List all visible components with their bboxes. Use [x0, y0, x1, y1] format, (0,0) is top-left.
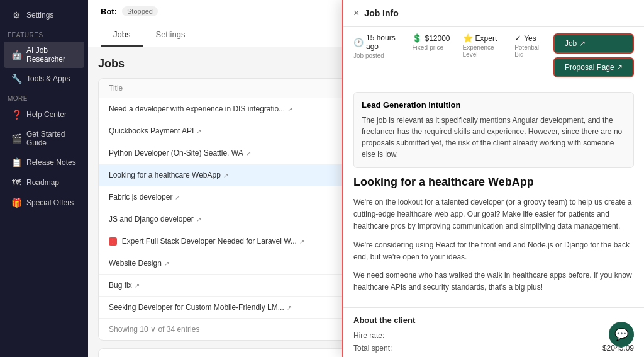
- sidebar-item-special-offers[interactable]: 🎁 Special Offers: [4, 193, 84, 212]
- settings-icon: ⚙: [11, 10, 21, 20]
- external-link-icon: ↗: [196, 216, 201, 223]
- external-link-icon: ↗: [299, 238, 304, 245]
- notes-icon: 📋: [11, 157, 21, 167]
- panel-meta-row: 🕐 15 hours ago Job posted 💲 $12000 Fixed…: [343, 27, 644, 84]
- sidebar: ⚙ Settings FEATURES 🤖 AI Job Researcher …: [0, 0, 88, 357]
- more-section-label: MORE: [0, 89, 88, 105]
- job-paragraph-1: We're on the lookout for a talented deve…: [353, 196, 634, 233]
- job-info-panel: × Job Info 🕐 15 hours ago Job posted 💲 $…: [342, 0, 644, 357]
- sidebar-item-tools-apps[interactable]: 🔧 Tools & Apps: [4, 69, 84, 88]
- sidebar-item-ai-label: AI Job Researcher: [26, 46, 77, 64]
- chat-bubble[interactable]: 💬: [609, 322, 634, 347]
- external-link-icon: ↗: [164, 260, 169, 267]
- tools-icon: 🔧: [11, 74, 21, 84]
- job-button[interactable]: Job ↗: [553, 33, 634, 54]
- meta-price: 💲 $12000 Fixed-price: [412, 33, 450, 51]
- sidebar-item-roadmap-label: Roadmap: [26, 178, 59, 187]
- sidebar-settings[interactable]: ⚙ Settings: [4, 6, 84, 25]
- sidebar-item-notes-label: Release Notes: [26, 158, 76, 167]
- sidebar-item-tools-label: Tools & Apps: [26, 74, 70, 83]
- badge-red: !: [109, 237, 117, 246]
- sidebar-item-help-center[interactable]: ❓ Help Center: [4, 105, 84, 124]
- dollar-icon: 💲: [412, 33, 422, 43]
- gift-icon: 🎁: [11, 198, 21, 208]
- summary-text: The job is relevant as it specifically m…: [362, 115, 626, 160]
- sidebar-item-roadmap[interactable]: 🗺 Roadmap: [4, 173, 84, 192]
- check-icon: ✓: [514, 33, 521, 43]
- job-paragraph-2: We're considering using React for the fr…: [353, 239, 634, 263]
- clock-icon: 🕐: [353, 38, 364, 47]
- job-description: Looking for a healthcare WebApp We're on…: [343, 176, 644, 307]
- external-link-icon: ↗: [287, 304, 292, 311]
- features-section-label: FEATURES: [0, 25, 88, 41]
- sidebar-item-ai-job-researcher[interactable]: 🤖 AI Job Researcher: [4, 42, 84, 68]
- external-link-icon: ↗: [223, 172, 228, 179]
- total-spent-row: Total spent: $2045.09: [353, 344, 634, 353]
- proposal-page-button[interactable]: Proposal Page ↗: [553, 57, 634, 77]
- hire-rate-row: Hire rate: 62%: [353, 331, 634, 340]
- external-link-icon: ↗: [287, 106, 292, 113]
- meta-experience: ⭐ Expert Experience Level: [463, 33, 502, 58]
- main-content: Bot: Stopped Jobs Settings Jobs Title Bu…: [88, 0, 644, 357]
- panel-close-button[interactable]: ×: [353, 8, 359, 19]
- external-link-icon: ↗: [196, 128, 201, 135]
- bot-status: Stopped: [122, 6, 158, 16]
- job-paragraph-3: We need someone who has walked the walk …: [353, 269, 634, 293]
- robot-icon: 🤖: [11, 50, 21, 60]
- external-link-icon: ↗: [246, 150, 251, 157]
- summary-title: Lead Generation Intuition: [362, 100, 626, 110]
- help-icon: ❓: [11, 110, 21, 120]
- star-icon: ⭐: [463, 33, 473, 43]
- panel-title: Job Info: [364, 8, 398, 18]
- map-icon: 🗺: [11, 178, 21, 188]
- sidebar-item-help-label: Help Center: [26, 110, 67, 119]
- tab-jobs[interactable]: Jobs: [101, 23, 143, 47]
- job-title: Looking for a healthcare WebApp: [353, 176, 634, 189]
- sidebar-item-release-notes[interactable]: 📋 Release Notes: [4, 153, 84, 172]
- about-client-section: About the client Hire rate: 62% Total sp…: [343, 307, 644, 357]
- panel-action-buttons: Job ↗ Proposal Page ↗: [553, 27, 644, 84]
- summary-box: Lead Generation Intuition The job is rel…: [353, 92, 634, 168]
- panel-meta: 🕐 15 hours ago Job posted 💲 $12000 Fixed…: [343, 27, 553, 65]
- sidebar-item-get-started[interactable]: 🎬 Get Started Guide: [4, 125, 84, 152]
- video-icon: 🎬: [11, 133, 21, 144]
- bot-label: Bot:: [101, 7, 117, 16]
- meta-potential-bid: ✓ Yes Potential Bid: [514, 33, 543, 58]
- panel-header: × Job Info: [343, 0, 644, 27]
- external-link-icon: ↗: [135, 282, 140, 289]
- meta-job-posted: 🕐 15 hours ago Job posted: [353, 33, 399, 59]
- sidebar-item-start-label: Get Started Guide: [26, 130, 77, 147]
- tab-settings[interactable]: Settings: [143, 23, 197, 47]
- about-client-title: About the client: [353, 315, 634, 325]
- sidebar-item-offers-label: Special Offers: [26, 198, 74, 207]
- external-link-icon: ↗: [175, 194, 180, 201]
